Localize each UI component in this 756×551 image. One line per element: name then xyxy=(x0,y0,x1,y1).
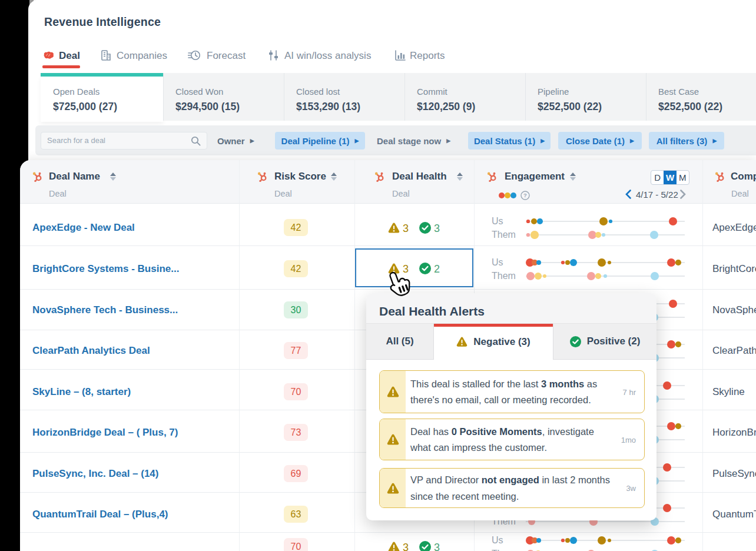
svg-text:?: ? xyxy=(523,192,527,198)
